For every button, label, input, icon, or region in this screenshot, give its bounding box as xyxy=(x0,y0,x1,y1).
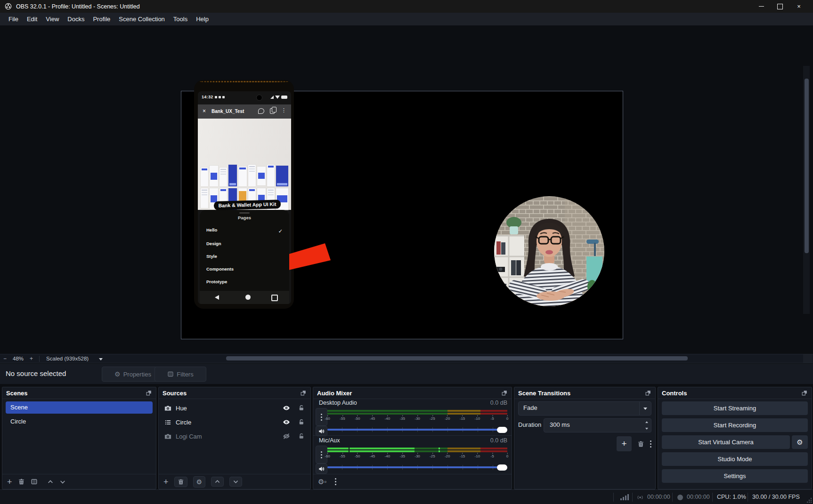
add-source-button[interactable]: + xyxy=(163,479,169,485)
speaker-icon xyxy=(318,428,325,434)
menu-profile[interactable]: Profile xyxy=(89,13,114,25)
scene-item-scene[interactable]: Scene xyxy=(6,401,153,414)
phone-screen: 14:32 × Bank_UX_Test ⋮ Bank & Wallet App… xyxy=(198,91,291,304)
lock-open-icon[interactable] xyxy=(298,433,305,440)
gear-icon: ⚙ xyxy=(114,370,121,378)
check-icon: ✓ xyxy=(278,228,283,234)
zoom-in-button[interactable]: + xyxy=(26,355,36,362)
mixer-menu-button[interactable] xyxy=(335,478,336,485)
volume-slider-handle[interactable] xyxy=(497,427,507,433)
scenes-title: Scenes xyxy=(6,390,28,397)
settings-button[interactable]: Settings xyxy=(662,469,808,483)
menu-file[interactable]: File xyxy=(4,13,23,25)
camera-icon xyxy=(164,405,171,412)
source-status-label: No source selected xyxy=(6,369,66,377)
lock-open-icon[interactable] xyxy=(298,405,305,411)
volume-db-value: 0.0 dB xyxy=(490,400,507,406)
phone-signal-icon xyxy=(270,96,274,99)
close-button[interactable]: × xyxy=(789,0,808,13)
dock-icon[interactable] xyxy=(501,390,508,396)
figma-frame-label: Bank & Wallet App UI Kit xyxy=(214,200,281,210)
menu-docks[interactable]: Docks xyxy=(63,13,89,25)
source-row-circle[interactable]: Circle xyxy=(159,416,310,429)
phone-wifi-icon xyxy=(275,96,280,99)
menu-tools[interactable]: Tools xyxy=(169,13,192,25)
visibility-eye-icon[interactable] xyxy=(283,418,290,426)
dock-icon[interactable] xyxy=(645,390,651,396)
horizontal-scrollbar-thumb[interactable] xyxy=(226,356,688,360)
record-status-icon xyxy=(677,495,683,500)
volume-slider-handle[interactable] xyxy=(497,464,507,471)
move-scene-down-button[interactable] xyxy=(59,479,66,485)
figma-canvas xyxy=(198,119,291,210)
transition-select[interactable]: Fade xyxy=(518,401,651,416)
studio-mode-button[interactable]: Studio Mode xyxy=(662,452,808,466)
add-scene-button[interactable]: + xyxy=(7,479,12,485)
mute-speaker-button[interactable] xyxy=(316,426,327,436)
move-source-up-button[interactable] xyxy=(211,477,224,487)
group-icon xyxy=(164,419,171,426)
speaker-icon xyxy=(318,466,325,472)
visibility-eye-icon[interactable] xyxy=(283,404,290,412)
filters-button[interactable]: Filters xyxy=(154,367,206,382)
source-properties-button[interactable]: ⚙ xyxy=(193,476,206,488)
menu-edit[interactable]: Edit xyxy=(23,13,41,25)
transition-menu-button[interactable] xyxy=(650,440,651,448)
dock-icon[interactable] xyxy=(801,390,808,396)
scene-item-circle[interactable]: Circle xyxy=(6,416,153,428)
virtual-camera-settings-button[interactable]: ⚙ xyxy=(792,435,808,449)
figma-pages-icon xyxy=(270,108,275,114)
source-row-logi-cam[interactable]: Logi Cam xyxy=(159,430,310,443)
visibility-eye-off-icon[interactable] xyxy=(283,432,290,440)
scale-dropdown-icon[interactable] xyxy=(99,358,103,360)
duration-stepper[interactable] xyxy=(642,418,651,432)
audio-mixer-title: Audio Mixer xyxy=(317,390,352,397)
maximize-button[interactable] xyxy=(771,0,789,13)
remove-scene-button[interactable] xyxy=(18,478,25,485)
start-recording-button[interactable]: Start Recording xyxy=(662,418,808,432)
dock-icon[interactable] xyxy=(146,390,152,396)
move-scene-up-button[interactable] xyxy=(47,479,54,485)
dock-icon[interactable] xyxy=(300,390,307,396)
page-item-prototype: Prototype xyxy=(206,279,227,284)
phone-notification-icons xyxy=(215,96,225,98)
duration-input[interactable]: 300 ms xyxy=(544,418,643,432)
scene-filters-button[interactable] xyxy=(31,478,38,485)
menu-view[interactable]: View xyxy=(41,13,63,25)
figma-comment-icon xyxy=(258,108,264,114)
volume-slider[interactable] xyxy=(327,426,507,433)
zoom-level: 48% xyxy=(10,356,26,361)
page-item-style: Style xyxy=(206,254,217,259)
mute-speaker-button[interactable] xyxy=(316,464,327,474)
add-transition-button[interactable]: + xyxy=(617,436,632,451)
stepper-down-icon[interactable] xyxy=(642,425,651,432)
source-row-hue[interactable]: Hue xyxy=(159,401,310,415)
vertical-scrollbar-thumb[interactable] xyxy=(805,79,809,253)
webcam-video xyxy=(494,196,604,306)
minimize-button[interactable] xyxy=(752,0,771,13)
menu-scene-collection[interactable]: Scene Collection xyxy=(114,13,169,25)
camera-icon xyxy=(164,433,171,440)
remove-source-button[interactable] xyxy=(174,477,187,487)
meter-scale: -60-55-50-45-40-35-30-25-20-15-10-50 xyxy=(327,416,507,422)
scale-label[interactable]: Scaled (939x528) xyxy=(42,356,92,361)
menu-help[interactable]: Help xyxy=(192,13,213,25)
start-streaming-button[interactable]: Start Streaming xyxy=(662,401,808,415)
remove-transition-button[interactable] xyxy=(637,440,644,448)
obs-logo-icon xyxy=(5,3,12,10)
preview-area xyxy=(0,25,813,354)
move-source-down-button[interactable] xyxy=(229,477,242,487)
volume-db-value: 0.0 dB xyxy=(490,437,507,444)
stepper-up-icon[interactable] xyxy=(642,419,651,425)
title-bar: OBS 32.0.1 - Profile: Untitled - Scenes:… xyxy=(0,0,813,13)
start-virtual-camera-button[interactable]: Start Virtual Camera xyxy=(662,435,790,449)
cpu-usage: CPU: 1.0% xyxy=(717,494,746,500)
volume-slider[interactable] xyxy=(327,464,507,471)
controls-title: Controls xyxy=(662,390,687,397)
lock-open-icon[interactable] xyxy=(298,419,305,425)
advanced-audio-button[interactable]: ⚙o xyxy=(318,478,326,486)
android-nav-bar xyxy=(200,291,289,304)
window-title: OBS 32.0.1 - Profile: Untitled - Scenes:… xyxy=(16,3,140,10)
resize-grip[interactable] xyxy=(807,498,812,503)
zoom-out-button[interactable]: − xyxy=(0,355,10,362)
